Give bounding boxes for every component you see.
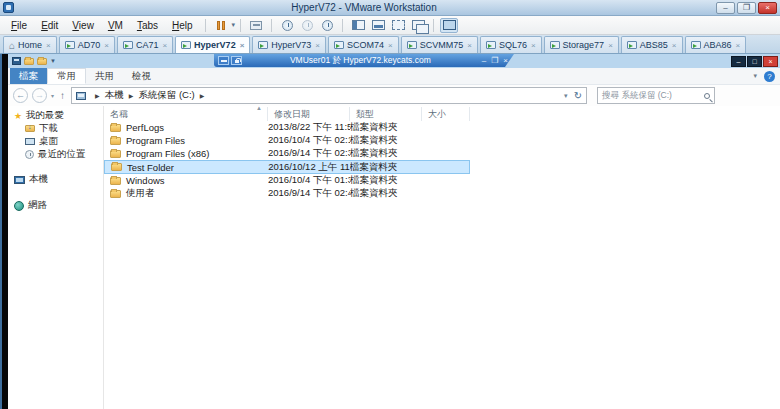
desktop-icon bbox=[25, 138, 35, 145]
file-row-test-folder[interactable]: Test Folder 2016/10/12 上午 11:52 檔案資料夾 bbox=[104, 160, 470, 174]
explorer-close-button[interactable]: × bbox=[763, 56, 778, 67]
tab-ca71[interactable]: CA71 × bbox=[117, 36, 173, 53]
drive-icon bbox=[76, 92, 86, 100]
refresh-icon[interactable]: ↻ bbox=[574, 90, 582, 101]
power-dropdown-icon[interactable]: ▾ bbox=[232, 21, 236, 29]
vmware-tab-bar: ⌂ Home × AD70 × CA71 × HyperV72 × HyperV… bbox=[0, 35, 780, 54]
help-icon[interactable]: ? bbox=[764, 71, 775, 82]
breadcrumb-drive-c[interactable]: 系統保留 (C:) bbox=[138, 89, 194, 102]
vmware-minimize-button[interactable]: – bbox=[716, 2, 735, 14]
sidebar-item-downloads[interactable]: 下載 bbox=[8, 122, 103, 135]
fullscreen-icon[interactable] bbox=[389, 18, 407, 33]
tab-sql76[interactable]: SQL76 × bbox=[480, 36, 542, 53]
search-icon[interactable] bbox=[704, 93, 710, 99]
folder-icon bbox=[110, 124, 121, 132]
vmware-maximize-button[interactable]: ❐ bbox=[737, 2, 756, 14]
revert-snapshot-icon[interactable] bbox=[298, 18, 316, 33]
file-row-users[interactable]: 使用者 2016/9/14 下午 02:49 檔案資料夾 bbox=[104, 187, 470, 200]
vm-icon bbox=[407, 41, 417, 49]
rdp-restore-button[interactable]: ❐ bbox=[491, 56, 498, 65]
vm-icon bbox=[65, 41, 75, 49]
tab-close-icon[interactable]: × bbox=[46, 41, 51, 50]
breadcrumb-this-pc[interactable]: 本機 bbox=[105, 89, 124, 102]
quick-access-dropdown-icon[interactable]: ▼ bbox=[50, 58, 56, 64]
tab-hyperv73[interactable]: HyperV73 × bbox=[252, 36, 326, 53]
up-button[interactable]: ↑ bbox=[60, 90, 65, 101]
tab-close-icon[interactable]: × bbox=[315, 41, 320, 50]
tab-close-icon[interactable]: × bbox=[104, 41, 109, 50]
toolbar-separator bbox=[205, 19, 206, 32]
tab-storage77[interactable]: Storage77 × bbox=[544, 36, 619, 53]
tab-home[interactable]: ⌂ Home × bbox=[3, 36, 57, 53]
folder-shortcut-icon[interactable] bbox=[37, 58, 47, 65]
explorer-caption-buttons: – □ × bbox=[731, 56, 778, 67]
column-header-row: ▲ 名稱 修改日期 類型 大小 bbox=[104, 107, 780, 121]
tab-close-icon[interactable]: × bbox=[608, 41, 613, 50]
file-row-program-files-x86[interactable]: Program Files (x86) 2016/9/14 下午 02:35 檔… bbox=[104, 147, 470, 160]
ribbon-file-tab[interactable]: 檔案 bbox=[10, 68, 47, 84]
power-pause-icon[interactable] bbox=[212, 18, 230, 33]
take-snapshot-icon[interactable] bbox=[278, 18, 296, 33]
rdp-minimize-button[interactable]: – bbox=[482, 56, 486, 65]
tab-close-icon[interactable]: × bbox=[162, 41, 167, 50]
tab-aba86[interactable]: ABA86 × bbox=[685, 36, 747, 53]
address-dropdown-icon[interactable]: ▾ bbox=[564, 92, 568, 100]
tab-close-icon[interactable]: × bbox=[388, 41, 393, 50]
file-row-windows[interactable]: Windows 2016/10/4 下午 01:31 檔案資料夾 bbox=[104, 174, 470, 187]
menu-help[interactable]: Help bbox=[165, 18, 200, 33]
console-view-icon[interactable] bbox=[440, 18, 458, 33]
downloads-icon bbox=[25, 125, 35, 132]
column-header-name[interactable]: 名稱 bbox=[104, 107, 268, 121]
menu-edit[interactable]: Edit bbox=[34, 18, 65, 33]
menu-file[interactable]: File bbox=[4, 18, 34, 33]
vm-icon bbox=[627, 41, 637, 49]
back-button[interactable]: ← bbox=[13, 88, 28, 103]
tab-close-icon[interactable]: × bbox=[240, 41, 245, 50]
folder-shortcut-icon[interactable] bbox=[24, 58, 34, 65]
tab-scom74[interactable]: SCOM74 × bbox=[328, 36, 399, 53]
unity-mode-icon[interactable] bbox=[369, 18, 387, 33]
vm-icon bbox=[181, 41, 191, 49]
vmware-close-button[interactable]: × bbox=[758, 2, 777, 14]
explorer-maximize-button[interactable]: □ bbox=[747, 56, 762, 67]
recent-locations-dropdown-icon[interactable]: ▾ bbox=[51, 92, 54, 99]
file-row-program-files[interactable]: Program Files 2016/10/4 下午 02:19 檔案資料夾 bbox=[104, 134, 470, 147]
tab-hyperv72[interactable]: HyperV72 × bbox=[175, 36, 250, 53]
tab-abs85[interactable]: ABS85 × bbox=[621, 36, 683, 53]
folder-icon bbox=[110, 150, 121, 158]
sidebar-item-recent-places[interactable]: 最近的位置 bbox=[8, 148, 103, 161]
breadcrumb-separator-icon: ▶ bbox=[95, 92, 100, 99]
menu-tabs[interactable]: Tabs bbox=[130, 18, 165, 33]
column-header-date-modified[interactable]: 修改日期 bbox=[268, 107, 350, 121]
column-header-size[interactable]: 大小 bbox=[422, 107, 470, 121]
ribbon-share-tab[interactable]: 共用 bbox=[86, 68, 123, 84]
tab-close-icon[interactable]: × bbox=[736, 41, 741, 50]
tab-ad70[interactable]: AD70 × bbox=[59, 36, 115, 53]
ribbon-collapse-icon[interactable]: ▾ bbox=[753, 72, 757, 80]
column-header-type[interactable]: 類型 bbox=[350, 107, 422, 121]
explorer-minimize-button[interactable]: – bbox=[731, 56, 746, 67]
tab-close-icon[interactable]: × bbox=[531, 41, 536, 50]
snapshot-manager-icon[interactable] bbox=[318, 18, 336, 33]
send-ctrl-alt-del-icon[interactable] bbox=[247, 18, 265, 33]
menu-vm[interactable]: VM bbox=[101, 18, 130, 33]
sidebar-item-network[interactable]: 網路 bbox=[8, 199, 103, 212]
home-icon: ⌂ bbox=[9, 40, 15, 51]
search-input[interactable]: 搜尋 系統保留 (C:) bbox=[597, 87, 715, 104]
ribbon-home-tab[interactable]: 常用 bbox=[47, 68, 86, 84]
tab-close-icon[interactable]: × bbox=[672, 41, 677, 50]
sidebar-item-favorites[interactable]: ★ 我的最愛 bbox=[8, 109, 103, 122]
tab-close-icon[interactable]: × bbox=[467, 41, 472, 50]
cycle-monitors-icon[interactable] bbox=[409, 18, 427, 33]
rdp-close-button[interactable]: × bbox=[503, 56, 508, 65]
ribbon-view-tab[interactable]: 檢視 bbox=[123, 68, 160, 84]
file-row-perflogs[interactable]: PerfLogs 2013/8/22 下午 11:52 檔案資料夾 bbox=[104, 121, 470, 134]
address-bar[interactable]: ▶ 本機 ▶ 系統保留 (C:) ▶ ▾ ↻ bbox=[71, 87, 587, 104]
tab-scvmm75[interactable]: SCVMM75 × bbox=[401, 36, 478, 53]
show-library-icon[interactable] bbox=[349, 18, 367, 33]
sidebar-item-this-pc[interactable]: 本機 bbox=[8, 173, 103, 186]
sidebar-item-desktop[interactable]: 桌面 bbox=[8, 135, 103, 148]
menu-view[interactable]: View bbox=[65, 18, 101, 33]
rdp-pin-icon[interactable] bbox=[218, 56, 229, 65]
forward-button[interactable]: → bbox=[32, 88, 47, 103]
